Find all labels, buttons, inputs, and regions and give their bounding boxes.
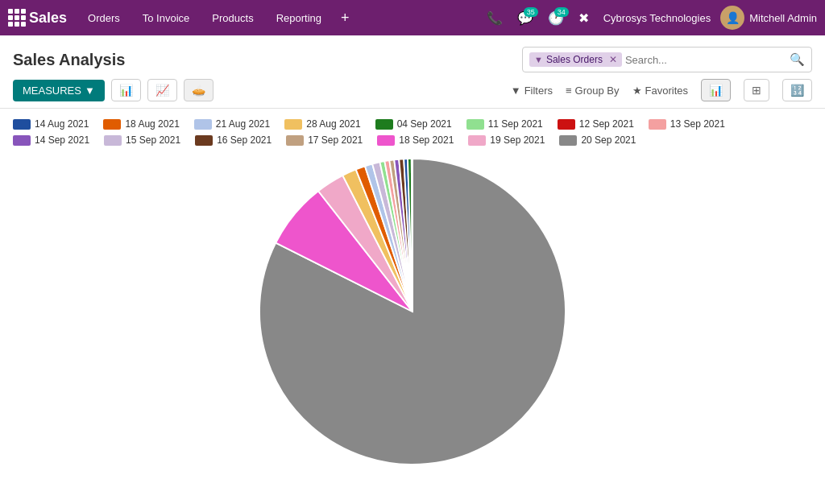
pie-chart-button[interactable]: 🥧 [184,79,214,101]
legend-label: 16 Sep 2021 [217,134,272,146]
user-name: Mitchell Admin [749,12,817,24]
pie-slice[interactable] [412,159,412,312]
group-by-button[interactable]: ≡ Group By [566,85,620,97]
legend-label: 21 Aug 2021 [216,118,270,130]
line-chart-button[interactable]: 📈 [147,79,177,101]
nav-to-invoice[interactable]: To Invoice [133,0,200,35]
legend-color [558,119,575,130]
legend-item: 19 Sep 2021 [468,134,545,146]
legend-label: 15 Sep 2021 [126,134,180,146]
legend-color [286,135,304,146]
messages-badge: 35 [524,7,538,17]
add-menu-button[interactable]: + [334,0,356,35]
legend-color [377,135,395,146]
legend-item: 14 Sep 2021 [13,134,89,146]
legend-label: 20 Sep 2021 [581,134,636,146]
filters-button[interactable]: ▼ Filters [511,85,553,97]
legend-item: 21 Aug 2021 [194,118,270,130]
company-name: Cybrosys Technologies [603,12,711,24]
legend-item: 17 Sep 2021 [286,134,363,146]
pivot-view-button[interactable]: 🔢 [782,79,812,101]
nav-products[interactable]: Products [202,0,263,35]
search-filter-tag: ▼ Sales Orders ✕ [529,52,622,67]
legend-label: 18 Aug 2021 [125,118,179,130]
legend: 14 Aug 2021 18 Aug 2021 21 Aug 2021 28 A… [0,115,825,151]
legend-item: 11 Sep 2021 [466,118,543,130]
search-input[interactable] [625,54,790,66]
legend-item: 12 Sep 2021 [558,118,634,130]
legend-label: 14 Aug 2021 [35,118,89,130]
filters-label: Filters [524,85,553,97]
legend-item: 20 Sep 2021 [559,134,636,146]
navbar: Sales Orders To Invoice Products Reporti… [0,0,825,35]
apps-icon[interactable] [8,9,26,27]
measures-dropdown-icon: ▼ [85,85,95,97]
measures-label: MEASURES [23,85,81,97]
filter-icon: ▼ [534,55,543,64]
filter-tag-label: Sales Orders [546,54,603,65]
legend-item: 18 Aug 2021 [103,118,179,130]
chart-view-button[interactable]: 📊 [701,79,731,101]
page: Sales Analysis ▼ Sales Orders ✕ 🔍 MEASUR… [0,35,825,504]
legend-item: 15 Sep 2021 [104,134,180,146]
avatar[interactable]: 👤 [720,6,744,30]
search-bar: ▼ Sales Orders ✕ 🔍 [522,47,812,72]
messages-icon-button[interactable]: 💬 35 [512,7,538,29]
legend-color [104,135,122,146]
legend-color [13,135,31,146]
favorites-label: Favorites [645,85,688,97]
legend-item: 16 Sep 2021 [195,134,272,146]
toolbar: MEASURES ▼ 📊 📈 🥧 ▼ Filters ≡ Group By ★ … [0,79,825,108]
legend-color [195,135,213,146]
page-header: Sales Analysis ▼ Sales Orders ✕ 🔍 [0,35,825,79]
brand: Sales [29,10,67,27]
activity-badge: 34 [554,7,569,17]
legend-label: 19 Sep 2021 [490,134,545,146]
legend-item: 28 Aug 2021 [284,118,360,130]
legend-item: 04 Sep 2021 [375,118,452,130]
brand-label: Sales [29,10,67,27]
toolbar-right: ▼ Filters ≡ Group By ★ Favorites 📊 ⊞ 🔢 [511,79,812,101]
legend-item: 14 Aug 2021 [13,118,89,130]
legend-color [375,119,393,130]
filter-funnel-icon: ▼ [511,85,521,97]
legend-item: 18 Sep 2021 [377,134,454,146]
legend-label: 28 Aug 2021 [306,118,360,130]
chart-area [0,151,825,481]
settings-icon-button[interactable]: ✖ [574,7,594,29]
legend-color [468,135,486,146]
legend-label: 14 Sep 2021 [35,134,89,146]
legend-label: 18 Sep 2021 [399,134,454,146]
list-view-button[interactable]: ⊞ [744,79,769,101]
legend-color [103,119,121,130]
legend-color [284,119,302,130]
legend-color [649,119,666,130]
group-by-label: Group By [575,85,620,97]
search-submit-button[interactable]: 🔍 [790,52,805,67]
nav-orders[interactable]: Orders [78,0,130,35]
nav-reporting[interactable]: Reporting [267,0,331,35]
legend-label: 12 Sep 2021 [579,118,634,130]
legend-color [13,119,31,130]
bar-chart-button[interactable]: 📊 [111,79,141,101]
legend-item: 13 Sep 2021 [649,118,725,130]
legend-color [559,135,577,146]
page-title: Sales Analysis [13,51,125,69]
legend-color [466,119,484,130]
divider [0,108,825,109]
star-icon: ★ [632,85,642,97]
favorites-button[interactable]: ★ Favorites [632,85,688,97]
phone-icon-button[interactable]: 📞 [482,7,508,29]
measures-button[interactable]: MEASURES ▼ [13,80,105,101]
right-icons: 📞 💬 35 🕐 34 ✖ Cybrosys Technologies 👤 Mi… [482,6,817,30]
group-by-icon: ≡ [566,85,572,97]
filter-tag-close[interactable]: ✕ [609,54,617,65]
legend-color [194,119,212,130]
legend-label: 11 Sep 2021 [488,118,543,130]
legend-label: 04 Sep 2021 [397,118,452,130]
legend-label: 17 Sep 2021 [308,134,363,146]
legend-label: 13 Sep 2021 [670,118,725,130]
activity-icon-button[interactable]: 🕐 34 [543,7,569,29]
